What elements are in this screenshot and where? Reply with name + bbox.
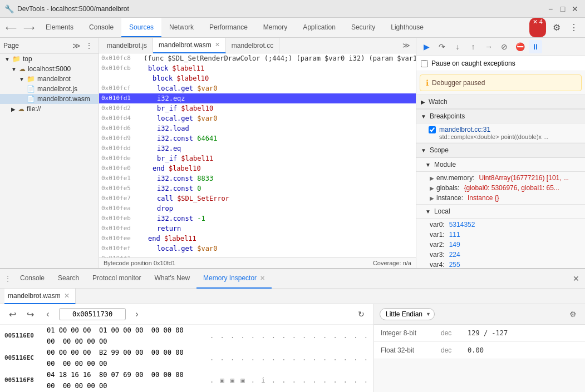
code-line[interactable]: 0x010fe1 i32.const 8833 bbox=[99, 173, 416, 183]
maximize-button[interactable]: □ bbox=[557, 3, 568, 14]
pause-button[interactable]: ⏸ bbox=[529, 40, 542, 53]
step-button[interactable]: → bbox=[482, 40, 495, 53]
scope-item-globals[interactable]: ▶ globals: {global0: 5306976, global1: 6… bbox=[416, 183, 585, 193]
code-line[interactable]: 0x010fd4 local.get $var0 bbox=[99, 113, 416, 123]
resume-button[interactable]: ▶ bbox=[420, 40, 433, 53]
code-line-highlighted[interactable]: 0x010fd1 i32.eqz bbox=[99, 93, 416, 103]
scope-section-header[interactable]: ▼ Scope bbox=[416, 143, 585, 157]
refresh-button[interactable]: ↻ bbox=[355, 307, 368, 321]
step-into-button[interactable]: ↓ bbox=[451, 40, 464, 53]
tab-nav-back[interactable]: ⟵ bbox=[2, 18, 20, 37]
tab-application[interactable]: Application bbox=[295, 18, 343, 37]
endian-select[interactable]: Little Endian Big Endian bbox=[380, 308, 435, 320]
code-panel-expand-btn[interactable]: ≫ bbox=[399, 40, 414, 51]
code-line[interactable]: 0x010fed return bbox=[99, 224, 416, 234]
code-line[interactable]: 0x010ff1 bbox=[99, 254, 416, 257]
bottom-tab-protocol-monitor[interactable]: Protocol monitor bbox=[86, 269, 148, 289]
local-var2[interactable]: var2: 149 bbox=[416, 240, 585, 250]
bottom-tab-search[interactable]: Search bbox=[51, 269, 86, 289]
bottom-tab-whats-new[interactable]: What's New bbox=[148, 269, 196, 289]
code-tab-wasm[interactable]: mandelbrot.wasm ✕ bbox=[153, 38, 226, 53]
tree-localhost[interactable]: ▼ ☁ localhost:5000 bbox=[0, 64, 99, 74]
code-line[interactable]: block $label10 bbox=[99, 73, 416, 83]
code-addr: 0x010fcb bbox=[101, 63, 135, 73]
settings-button[interactable]: ⚙ bbox=[548, 18, 565, 37]
tab-sources[interactable]: Sources bbox=[121, 18, 161, 37]
pause-caught-exceptions-checkbox[interactable] bbox=[421, 60, 428, 67]
scope-item-instance[interactable]: ▶ instance: Instance {} bbox=[416, 193, 585, 203]
code-line[interactable]: 0x010fe5 i32.const 0 bbox=[99, 183, 416, 193]
memory-settings-button[interactable]: ⚙ bbox=[566, 307, 579, 321]
tree-file[interactable]: ▶ ☁ file:// bbox=[0, 104, 99, 114]
code-tab-cc[interactable]: mandelbrot.cc bbox=[226, 38, 279, 53]
tab-security[interactable]: Security bbox=[343, 18, 383, 37]
tab-performance[interactable]: Performance bbox=[201, 18, 255, 37]
local-val: 111 bbox=[449, 231, 460, 239]
tree-mandelbrot-folder[interactable]: ▼ 📁 mandelbrot bbox=[0, 74, 99, 84]
code-line[interactable]: 0x010fc8 (func $SDL_SetRenderDrawColor (… bbox=[99, 53, 416, 63]
code-line[interactable]: 0x010fee end $label11 bbox=[99, 234, 416, 244]
code-line[interactable]: 0x010fe0 end $label10 bbox=[99, 163, 416, 173]
window-title: DevTools - localhost:5000/mandelbrot bbox=[17, 5, 545, 13]
local-label: Local bbox=[434, 207, 450, 215]
bottom-tab-memory-inspector[interactable]: Memory Inspector ✕ bbox=[196, 269, 272, 289]
deactivate-breakpoints-button[interactable]: ⊘ bbox=[498, 40, 511, 53]
close-button[interactable]: ✕ bbox=[569, 3, 581, 14]
undo-button[interactable]: ↩ bbox=[6, 307, 19, 321]
module-section-header[interactable]: ▼ Module bbox=[416, 157, 585, 172]
pause-on-exception-button[interactable]: ⛔ bbox=[513, 40, 527, 53]
scope-arrow-icon: ▼ bbox=[421, 147, 426, 153]
code-line[interactable]: 0x010fde br_if $label11 bbox=[99, 153, 416, 163]
drag-handle-icon: ⋮ bbox=[2, 275, 13, 282]
tree-top[interactable]: ▼ 📁 top bbox=[0, 54, 99, 64]
code-line[interactable]: 0x010fd9 i32.const 64641 bbox=[99, 133, 416, 143]
local-var1[interactable]: var1: 111 bbox=[416, 230, 585, 240]
breakpoint-checkbox[interactable] bbox=[429, 126, 436, 133]
step-over-button[interactable]: ↷ bbox=[435, 40, 449, 53]
tab-network[interactable]: Network bbox=[161, 18, 201, 37]
tab-elements[interactable]: Elements bbox=[38, 18, 81, 37]
minimize-button[interactable]: − bbox=[545, 3, 556, 14]
sidebar-menu-btn[interactable]: ⋮ bbox=[83, 40, 95, 51]
code-line[interactable]: 0x010fcf local.get $var0 bbox=[99, 83, 416, 93]
tab-console[interactable]: Console bbox=[81, 18, 121, 37]
code-line[interactable]: 0x010fcb block $label11 bbox=[99, 63, 416, 73]
code-line[interactable]: 0x010fd6 i32.load bbox=[99, 123, 416, 133]
code-tab-js[interactable]: mandelbrot.js bbox=[101, 38, 153, 53]
prev-address-button[interactable]: ‹ bbox=[41, 307, 55, 321]
memory-file-close[interactable]: ✕ bbox=[64, 292, 70, 300]
code-line[interactable]: 0x010feb i32.const -1 bbox=[99, 214, 416, 224]
watch-section-header[interactable]: ▶ Watch bbox=[416, 95, 585, 109]
next-address-button[interactable]: › bbox=[130, 307, 144, 321]
code-addr: 0x010fde bbox=[101, 153, 135, 163]
bottom-tab-console[interactable]: Console bbox=[13, 269, 51, 289]
breakpoints-section-header[interactable]: ▼ Breakpoints bbox=[416, 109, 585, 123]
step-out-button[interactable]: ↑ bbox=[466, 40, 480, 53]
redo-button[interactable]: ↪ bbox=[23, 307, 37, 321]
local-section-header[interactable]: ▼ Local bbox=[416, 204, 585, 219]
memory-file-tab-item[interactable]: mandelbrot.wasm ✕ bbox=[4, 289, 76, 304]
code-line[interactable]: 0x010fef local.get $var0 bbox=[99, 244, 416, 254]
scope-item-env-memory[interactable]: ▶ env.memory: Uint8Array(16777216) [101,… bbox=[416, 173, 585, 183]
tree-mandelbrot-js[interactable]: 📄 mandelbrot.js bbox=[0, 84, 99, 94]
sidebar-more-btn[interactable]: ≫ bbox=[70, 40, 83, 51]
tree-arrow-mandelbrot: ▼ bbox=[19, 76, 24, 82]
hex-addr: 005116F8 bbox=[4, 375, 43, 386]
memory-inspector-close[interactable]: ✕ bbox=[260, 275, 265, 282]
code-tab-wasm-close[interactable]: ✕ bbox=[215, 41, 220, 48]
local-var4[interactable]: var4: 255 bbox=[416, 260, 585, 268]
scope-key: instance: bbox=[436, 194, 463, 202]
more-menu-button[interactable]: ⋮ bbox=[565, 18, 583, 37]
address-input[interactable] bbox=[59, 308, 126, 320]
close-all-button[interactable]: ✕ bbox=[569, 272, 583, 285]
tab-lighthouse[interactable]: Lighthouse bbox=[383, 18, 431, 37]
code-line[interactable]: 0x010fe7 call $SDL_SetError bbox=[99, 193, 416, 204]
tab-nav-forward[interactable]: ⟶ bbox=[20, 18, 38, 37]
tree-mandelbrot-wasm[interactable]: 📄 mandelbrot.wasm bbox=[0, 94, 99, 104]
code-line[interactable]: 0x010fd2 br_if $label10 bbox=[99, 103, 416, 113]
local-var3[interactable]: var3: 224 bbox=[416, 250, 585, 260]
code-line[interactable]: 0x010fea drop bbox=[99, 204, 416, 214]
code-line[interactable]: 0x010fdd i32.eq bbox=[99, 143, 416, 153]
tab-memory[interactable]: Memory bbox=[255, 18, 295, 37]
local-var0[interactable]: var0: 5314352 bbox=[416, 220, 585, 230]
